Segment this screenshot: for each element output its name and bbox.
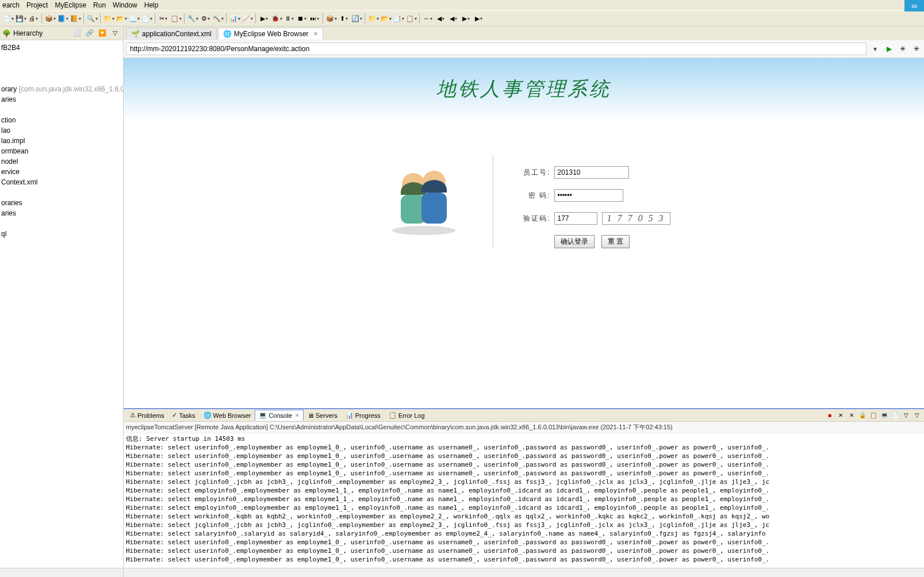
toolbar-btn-6-0[interactable]: 📊: [229, 13, 240, 24]
tree-item[interactable]: [1, 53, 122, 63]
console-action-7[interactable]: ▽: [902, 411, 911, 420]
hierarchy-tree[interactable]: fB2B4 orary [com.sun.java.jdk.win32.x86_…: [0, 40, 123, 568]
toolbar-btn-8-1[interactable]: ⬆: [338, 13, 350, 24]
url-input[interactable]: [126, 43, 867, 55]
toolbar-btn-9-0[interactable]: 📁: [367, 13, 379, 24]
toolbar-btn-9-2[interactable]: 📑: [393, 13, 404, 24]
bottom-tab-console[interactable]: 💻Console✕: [255, 410, 303, 421]
captcha-input[interactable]: [554, 212, 597, 225]
tree-item[interactable]: oraries: [1, 198, 122, 208]
tree-item[interactable]: lao.impl: [1, 136, 122, 146]
console-action-6[interactable]: 📄: [891, 411, 900, 420]
console-action-2[interactable]: ✕: [847, 411, 856, 420]
console-action-0[interactable]: ■: [825, 411, 834, 420]
toolbar-btn-3-2[interactable]: 📃: [128, 13, 140, 24]
left-scrollbar[interactable]: [0, 568, 123, 577]
toolbar-btn-7-3[interactable]: ⏹: [296, 13, 308, 24]
tree-item[interactable]: lao: [1, 125, 122, 136]
menu-window[interactable]: Window: [113, 1, 137, 9]
tree-item[interactable]: ormbean: [1, 146, 122, 156]
toolbar-btn-4-0[interactable]: ✂: [158, 13, 169, 24]
url-dropdown-icon[interactable]: ▼: [870, 46, 880, 52]
toolbar-btn-10-1[interactable]: ◀: [435, 13, 446, 24]
toolbar-btn-9-3[interactable]: 📋: [405, 13, 417, 24]
hierarchy-tab[interactable]: 🌳 Hierarchy: [2, 29, 43, 37]
menu-run[interactable]: Run: [93, 1, 106, 9]
menu-search[interactable]: earch: [2, 1, 20, 9]
bottom-tab-error-log[interactable]: 📋Error Log: [385, 410, 429, 421]
toolbar-btn-1-1[interactable]: 📘: [57, 13, 68, 24]
go-icon[interactable]: ▶: [884, 44, 894, 54]
console-action-1[interactable]: ✕: [836, 411, 845, 420]
toolbar-btn-10-3[interactable]: ▶: [460, 13, 471, 24]
bottom-tab-progress[interactable]: 📊Progress: [342, 410, 385, 421]
left-act-1[interactable]: ⬜: [71, 28, 83, 39]
toolbar-btn-9-1[interactable]: 📂: [380, 13, 392, 24]
bottom-tab-problems[interactable]: ⚠Problems: [126, 410, 168, 421]
bottom-tab-web-browser[interactable]: 🌐Web Browser: [200, 410, 255, 421]
tree-item[interactable]: aries: [1, 208, 122, 218]
toolbar-btn-7-4[interactable]: ⏭: [309, 13, 320, 24]
tree-item[interactable]: ction: [1, 115, 122, 125]
toolbar-btn-7-2[interactable]: ⏸: [283, 13, 295, 24]
menu-project[interactable]: Project: [26, 1, 48, 9]
tree-item[interactable]: [1, 63, 122, 74]
toolbar-btn-8-2[interactable]: 🔄: [351, 13, 362, 24]
tree-item[interactable]: aries: [1, 94, 122, 105]
toolbar-btn-8-0[interactable]: 📦: [325, 13, 337, 24]
left-act-2[interactable]: 🔗: [84, 28, 95, 39]
login-button[interactable]: 确认登录: [554, 235, 595, 248]
tree-item[interactable]: [1, 105, 122, 115]
tree-item[interactable]: [1, 74, 122, 84]
toolbar-btn-10-2[interactable]: ◀: [447, 13, 459, 24]
tree-item[interactable]: nodel: [1, 156, 122, 167]
toolbar-btn-1-2[interactable]: 📙: [70, 13, 81, 24]
bottom-tab-tasks[interactable]: ✓Tasks: [168, 410, 199, 421]
toolbar-btn-0-0[interactable]: 📄: [2, 13, 14, 24]
menu-myeclipse[interactable]: MyEclipse: [55, 1, 86, 9]
stop-icon[interactable]: ✳: [911, 44, 922, 54]
toolbar-btn-3-1[interactable]: 📂: [116, 13, 127, 24]
pwd-input[interactable]: [554, 189, 623, 202]
editor-tab-0[interactable]: 🌱applicationContext.xml: [126, 28, 217, 40]
toolbar-btn-5-0[interactable]: 🔧: [187, 13, 198, 24]
captcha-image[interactable]: 1 7 7 0 5 3: [602, 212, 670, 225]
refresh-icon[interactable]: ✳: [898, 44, 908, 54]
corner-badge-icon[interactable]: ∞: [904, 0, 924, 11]
tree-item[interactable]: Context.xml: [1, 177, 122, 187]
close-icon[interactable]: ✕: [313, 30, 318, 37]
reset-button[interactable]: 重 置: [601, 235, 630, 248]
toolbar-btn-0-1[interactable]: 💾: [15, 13, 26, 24]
editor-tab-1[interactable]: 🌐MyEclipse Web Browser✕: [218, 28, 323, 40]
toolbar-btn-2-0[interactable]: 🔍: [86, 13, 98, 24]
tree-item[interactable]: [1, 218, 122, 229]
tree-item[interactable]: ql: [1, 229, 122, 239]
toolbar-btn-10-4[interactable]: ▶: [473, 13, 484, 24]
console-action-8[interactable]: ▽: [913, 411, 922, 420]
close-icon[interactable]: ✕: [295, 413, 300, 418]
left-act-4[interactable]: ▽: [109, 28, 121, 39]
console-action-4[interactable]: 📋: [869, 411, 878, 420]
bottom-tab-servers[interactable]: 🖥Servers: [304, 410, 342, 421]
toolbar-btn-6-1[interactable]: 📈: [241, 13, 253, 24]
toolbar-btn-3-0[interactable]: 📁: [103, 13, 114, 24]
left-act-3[interactable]: 🔽: [97, 28, 108, 39]
console-action-3[interactable]: 🔒: [858, 411, 867, 420]
toolbar-btn-3-3[interactable]: 📄: [141, 13, 152, 24]
console-action-5[interactable]: 💻: [880, 411, 889, 420]
tree-item[interactable]: fB2B4: [1, 43, 122, 53]
toolbar-btn-5-2[interactable]: 🔨: [212, 13, 224, 24]
toolbar-btn-7-0[interactable]: ▶: [258, 13, 270, 24]
toolbar-btn-10-0[interactable]: ↔: [422, 13, 434, 24]
tree-item[interactable]: ervice: [1, 167, 122, 177]
toolbar-btn-4-1[interactable]: 📋: [170, 13, 182, 24]
bottom-scrollbar[interactable]: [124, 568, 924, 577]
toolbar-btn-5-1[interactable]: ⚙: [200, 13, 211, 24]
emp-input[interactable]: [554, 166, 629, 179]
console-content[interactable]: 信息: Server startup in 14503 msHibernate:…: [124, 433, 924, 568]
toolbar-btn-0-2[interactable]: 🖨: [28, 13, 39, 24]
tree-item[interactable]: orary [com.sun.java.jdk.win32.x86_1.6.0.…: [1, 84, 122, 94]
tree-item[interactable]: [1, 187, 122, 198]
toolbar-btn-1-0[interactable]: 📦: [44, 13, 56, 24]
menu-help[interactable]: Help: [144, 1, 159, 9]
